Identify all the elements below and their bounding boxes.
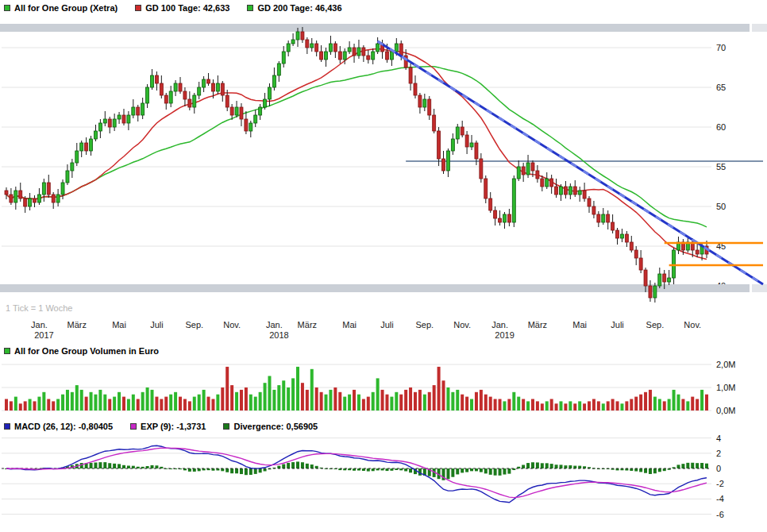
svg-text:55: 55 [716,162,726,172]
svg-text:Mai: Mai [342,320,357,330]
exp-label: EXP (9): -1,3731 [141,422,206,431]
volume-series-legend-item: All for One Group Volumen in Euro [4,346,159,356]
svg-text:50: 50 [716,202,726,211]
svg-text:-4: -4 [716,494,724,503]
volume-swatch-icon [4,348,10,354]
gd200-legend-item: GD 200 Tage: 46,436 [247,3,341,13]
macd-label: MACD (26, 12): -0,80405 [14,422,113,431]
divergence-legend-item: Divergence: 0,56905 [223,422,318,431]
svg-text:2019: 2019 [495,330,514,340]
price-legend: All for One Group (Xetra) GD 100 Tage: 4… [0,0,767,14]
svg-text:2018: 2018 [269,330,288,340]
stock-chart-panel: All for One Group (Xetra) GD 100 Tage: 4… [0,0,767,532]
exp-legend-item: EXP (9): -1,3731 [130,422,206,431]
svg-text:Juli: Juli [150,320,164,330]
svg-text:Nov.: Nov. [684,320,701,330]
svg-text:Mai: Mai [112,320,126,330]
gd100-legend-item: GD 100 Tage: 42,633 [135,3,229,13]
macd-chart-canvas: 420-2-4-6 [0,433,767,532]
svg-text:Sep.: Sep. [185,320,203,330]
svg-text:-6: -6 [716,510,724,519]
svg-text:März: März [528,320,547,330]
svg-text:2,0M: 2,0M [716,360,735,369]
svg-text:Nov.: Nov. [223,320,241,330]
svg-text:0,0M: 0,0M [716,406,735,415]
macd-swatch-icon [4,423,10,430]
svg-text:März: März [298,320,317,330]
svg-text:60: 60 [716,122,726,132]
svg-text:Jan.: Jan. [491,320,508,330]
price-chart-canvas: 40455055606570Jan.2017MärzMaiJuliSep.Nov… [0,14,767,345]
svg-text:Jan.: Jan. [266,320,283,330]
svg-text:Nov.: Nov. [453,320,471,330]
svg-text:4: 4 [716,434,721,443]
price-series-swatch-icon [4,5,10,11]
divergence-label: Divergence: 0,56905 [233,422,318,431]
volume-label: All for One Group Volumen in Euro [14,346,159,356]
svg-text:2017: 2017 [34,330,53,340]
svg-text:-2: -2 [716,479,724,488]
gd200-label: GD 200 Tage: 46,436 [257,3,341,13]
svg-text:65: 65 [716,83,726,92]
exp-swatch-icon [130,423,137,430]
volume-chart-canvas: 0,0M1,0M2,0M [0,357,767,418]
svg-text:Juli: Juli [380,320,394,330]
macd-legend: MACD (26, 12): -0,80405 EXP (9): -1,3731… [0,418,767,433]
svg-text:Sep.: Sep. [416,320,434,330]
tick-interval-note: 1 Tick = 1 Woche [6,303,72,313]
price-series-label: All for One Group (Xetra) [14,3,118,13]
svg-text:Jan.: Jan. [31,320,48,330]
volume-legend: All for One Group Volumen in Euro [0,345,767,357]
svg-text:0: 0 [716,464,721,473]
macd-legend-item: MACD (26, 12): -0,80405 [4,422,113,431]
svg-text:Sep.: Sep. [646,320,665,330]
gd100-swatch-icon [135,5,141,11]
svg-text:Juli: Juli [611,320,624,330]
gd100-label: GD 100 Tage: 42,633 [145,3,229,13]
svg-text:Mai: Mai [572,320,587,330]
price-series-legend-item: All for One Group (Xetra) [4,3,118,13]
svg-text:2: 2 [716,449,721,458]
svg-text:1,0M: 1,0M [716,383,735,392]
divergence-swatch-icon [223,423,229,430]
svg-text:März: März [67,320,87,330]
gd200-swatch-icon [247,5,253,11]
svg-text:70: 70 [716,43,726,52]
